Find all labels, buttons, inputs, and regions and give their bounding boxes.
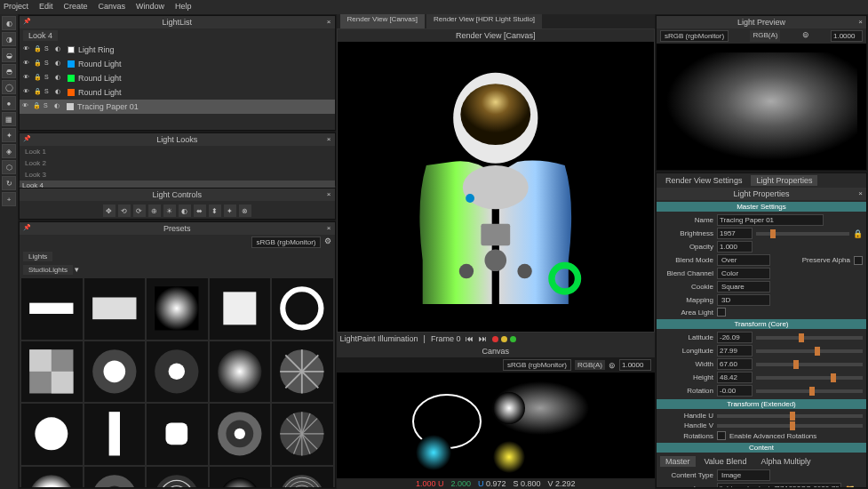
control-icon[interactable]: ⟲: [118, 204, 131, 217]
control-icon[interactable]: ◐: [179, 204, 191, 217]
control-icon[interactable]: ✦: [224, 204, 236, 217]
tab-render-canvas[interactable]: Render View [Canvas]: [340, 14, 425, 28]
light-preview-viewport[interactable]: [657, 44, 866, 170]
pin-icon[interactable]: 📌: [23, 18, 31, 25]
tool-preset-icon[interactable]: ●: [2, 96, 16, 110]
preset-item[interactable]: [147, 404, 208, 465]
height-input[interactable]: [717, 372, 753, 383]
mapping-dropdown[interactable]: 3D: [717, 294, 770, 306]
tool-preset-icon[interactable]: ◒: [2, 48, 16, 62]
control-icon[interactable]: ☀: [163, 204, 176, 217]
preset-item[interactable]: [84, 467, 146, 488]
preset-item[interactable]: [84, 404, 146, 465]
exposure-input[interactable]: [831, 30, 863, 42]
preset-item[interactable]: [147, 467, 208, 488]
look-item[interactable]: Look 2: [20, 157, 335, 169]
lock-icon[interactable]: 🔒: [853, 229, 863, 238]
menu-create[interactable]: Create: [64, 2, 88, 12]
section-transform-ext[interactable]: Transform (Extended): [657, 399, 866, 409]
handlev-slider[interactable]: [717, 424, 863, 428]
prev-frame-icon[interactable]: ⏮: [466, 334, 474, 343]
latitude-input[interactable]: [717, 332, 753, 343]
colorspace-dropdown[interactable]: sRGB (rgbMonitor): [251, 236, 320, 248]
preset-item[interactable]: [272, 341, 333, 403]
preset-item[interactable]: [21, 341, 83, 403]
control-icon[interactable]: ⟳: [133, 204, 146, 217]
preset-item[interactable]: [272, 467, 333, 488]
look-item[interactable]: Look 1: [20, 146, 335, 157]
latitude-slider[interactable]: [756, 336, 863, 340]
control-icon[interactable]: ⊕: [148, 204, 161, 217]
tab-alpha-multiply[interactable]: Alpha Multiply: [755, 456, 816, 467]
light-row[interactable]: 👁🔒S◐Tracing Paper 01: [20, 100, 335, 114]
preset-item[interactable]: [210, 467, 271, 488]
next-frame-icon[interactable]: ⏭: [479, 334, 487, 343]
blendmode-dropdown[interactable]: Over: [717, 254, 770, 266]
mode-dropdown[interactable]: RGB(A): [750, 30, 780, 42]
rotation-input[interactable]: [717, 385, 753, 397]
rotations-checkbox[interactable]: [717, 431, 726, 440]
light-row[interactable]: 👁🔒S◐Round Light: [20, 57, 335, 71]
preset-item[interactable]: [210, 278, 271, 340]
preset-item[interactable]: [21, 404, 83, 465]
width-input[interactable]: [717, 358, 753, 370]
image-path-input[interactable]: [717, 483, 841, 488]
browse-icon[interactable]: 📁: [845, 485, 855, 489]
preset-item[interactable]: [210, 341, 271, 403]
chevron-down-icon[interactable]: ▾: [75, 265, 79, 275]
preset-item[interactable]: [21, 278, 83, 340]
tool-preset-icon[interactable]: ↻: [2, 176, 16, 190]
pin-icon[interactable]: 📌: [23, 224, 31, 231]
tool-preset-icon[interactable]: ✦: [2, 128, 16, 142]
close-icon[interactable]: ×: [327, 135, 331, 143]
arealight-checkbox[interactable]: [717, 308, 726, 317]
menu-project[interactable]: Project: [4, 2, 28, 12]
light-row[interactable]: 👁🔒S◐Light Ring: [20, 43, 335, 57]
brightness-input[interactable]: [717, 228, 753, 239]
tool-preset-icon[interactable]: ◑: [2, 32, 16, 46]
tab-light-properties[interactable]: Light Properties: [751, 175, 817, 186]
close-icon[interactable]: ×: [858, 189, 863, 197]
tab-render-hdr[interactable]: Render View [HDR Light Studio]: [426, 14, 542, 28]
section-transform-core[interactable]: Transform (Core): [657, 319, 866, 329]
tab-render-settings[interactable]: Render View Settings: [660, 175, 747, 186]
mode-dropdown[interactable]: RGB(A): [575, 360, 605, 370]
light-row[interactable]: 👁🔒S◐Round Light: [20, 85, 335, 100]
preset-item[interactable]: [147, 278, 208, 340]
look-tab[interactable]: Look 4: [23, 30, 58, 41]
tool-preset-icon[interactable]: ⬡: [2, 160, 16, 174]
pin-icon[interactable]: 📌: [23, 135, 31, 142]
render-viewport[interactable]: [338, 42, 655, 317]
preset-item[interactable]: [84, 278, 146, 340]
control-icon[interactable]: ⬍: [209, 204, 221, 217]
tool-preset-icon[interactable]: ▦: [2, 112, 16, 126]
menu-window[interactable]: Window: [136, 2, 164, 12]
tab-content-master[interactable]: Master: [660, 456, 696, 467]
preserve-alpha-checkbox[interactable]: [854, 256, 863, 265]
height-slider[interactable]: [756, 376, 863, 380]
tool-preset-icon[interactable]: ◯: [2, 80, 16, 94]
blendchannel-dropdown[interactable]: Color: [717, 268, 770, 279]
close-icon[interactable]: ×: [327, 190, 331, 198]
preset-item[interactable]: [147, 341, 208, 403]
section-content[interactable]: Content: [657, 443, 866, 453]
cookie-dropdown[interactable]: Square: [717, 281, 770, 293]
canvas-viewport[interactable]: [337, 373, 656, 478]
tool-preset-icon[interactable]: ◈: [2, 144, 16, 158]
preset-item[interactable]: [84, 341, 146, 403]
light-row[interactable]: 👁🔒S◐Round Light: [20, 71, 335, 85]
longitude-input[interactable]: [717, 345, 753, 357]
preset-item[interactable]: [272, 404, 333, 465]
preset-item[interactable]: [210, 404, 271, 465]
menu-edit[interactable]: Edit: [39, 2, 53, 12]
rotation-slider[interactable]: [756, 389, 863, 393]
control-icon[interactable]: ✥: [103, 204, 115, 217]
colorspace-dropdown[interactable]: sRGB (rgbMonitor): [660, 30, 729, 42]
close-icon[interactable]: ×: [327, 18, 331, 26]
colorspace-dropdown[interactable]: sRGB (rgbMonitor): [503, 359, 571, 371]
longitude-slider[interactable]: [756, 349, 863, 353]
section-master[interactable]: Master Settings: [657, 202, 866, 212]
look-item[interactable]: Look 3: [20, 169, 335, 180]
presets-tab[interactable]: StudioLights: [23, 265, 73, 275]
preset-item[interactable]: [21, 467, 83, 488]
